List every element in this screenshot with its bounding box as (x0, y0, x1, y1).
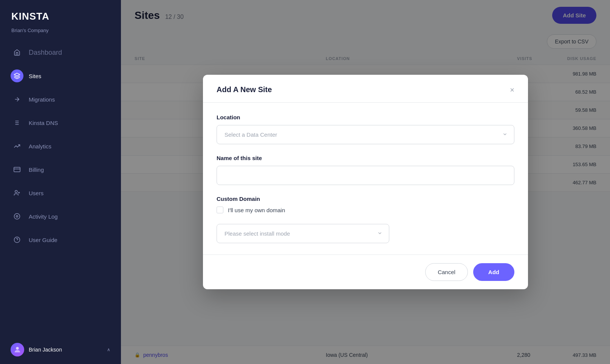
sidebar: KINSTA Brian's Company Dashboard Si (0, 0, 121, 364)
add-site-modal: Add A New Site × Location Select a Data … (203, 75, 528, 289)
add-button[interactable]: Add (473, 263, 514, 281)
user-guide-icon (14, 236, 20, 243)
svg-marker-0 (14, 73, 20, 76)
modal-header: Add A New Site × (203, 75, 528, 103)
site-name-label: Name of this site (217, 155, 514, 161)
sidebar-item-migrations[interactable]: Migrations (0, 88, 121, 111)
custom-domain-checkbox-row: I'll use my own domain (217, 207, 514, 213)
user-info: Brian Jackson (11, 343, 62, 356)
modal-close-button[interactable]: × (510, 86, 514, 94)
install-mode-group: Please select install mode (217, 224, 514, 243)
sidebar-item-label-migrations: Migrations (29, 96, 55, 103)
sidebar-item-user-guide[interactable]: User Guide (0, 228, 121, 251)
logo-area: KINSTA (0, 0, 121, 27)
sidebar-item-activity-log[interactable]: Activity Log (0, 205, 121, 228)
sidebar-item-users[interactable]: Users (0, 181, 121, 205)
sidebar-item-analytics[interactable]: Analytics (0, 134, 121, 158)
users-icon (14, 190, 20, 196)
main-content: Sites 12 / 30 Add Site Export to CSV SIT… (121, 0, 610, 364)
cancel-button[interactable]: Cancel (425, 263, 468, 281)
migrations-icon (14, 96, 20, 103)
sidebar-item-label-analytics: Analytics (29, 143, 51, 150)
sidebar-item-sites[interactable]: Sites (0, 64, 121, 88)
custom-domain-checkbox-label: I'll use my own domain (228, 207, 285, 213)
users-icon-wrapper (11, 187, 23, 199)
modal-footer: Cancel Add (203, 254, 528, 289)
sites-icon (14, 72, 20, 79)
install-mode-select[interactable]: Please select install mode (217, 224, 389, 243)
activity-log-icon (14, 213, 20, 220)
dns-icon (14, 119, 20, 126)
sidebar-item-label-billing: Billing (29, 167, 44, 173)
activity-log-icon-wrapper (11, 210, 23, 223)
site-name-group: Name of this site (217, 155, 514, 185)
svg-point-8 (16, 216, 18, 217)
chevron-up-icon: ∧ (107, 347, 110, 352)
sidebar-item-billing[interactable]: Billing (0, 158, 121, 181)
sidebar-item-label-kinsta-dns: Kinsta DNS (29, 120, 58, 126)
svg-point-4 (15, 190, 17, 193)
sidebar-item-label-activity-log: Activity Log (29, 213, 58, 220)
site-name-input[interactable] (217, 166, 514, 185)
analytics-icon (14, 143, 20, 150)
user-guide-icon-wrapper (11, 233, 23, 246)
custom-domain-label: Custom Domain (217, 196, 514, 202)
sidebar-item-label-user-guide: User Guide (29, 237, 57, 243)
sidebar-item-label-dashboard: Dashboard (29, 49, 62, 57)
kinsta-dns-icon-wrapper (11, 116, 23, 129)
migrations-icon-wrapper (11, 93, 23, 106)
avatar (11, 343, 24, 356)
location-label: Location (217, 114, 514, 120)
logo: KINSTA (11, 11, 110, 22)
company-name: Brian's Company (0, 27, 121, 41)
billing-icon (14, 166, 20, 173)
billing-icon-wrapper (11, 163, 23, 176)
analytics-icon-wrapper (11, 140, 23, 153)
avatar-icon (13, 345, 22, 354)
svg-point-11 (16, 347, 19, 350)
sidebar-footer[interactable]: Brian Jackson ∧ (0, 335, 121, 364)
install-mode-select-wrapper: Please select install mode (217, 224, 389, 243)
sidebar-item-label-sites: Sites (29, 73, 41, 79)
location-group: Location Select a Data Center (217, 114, 514, 144)
modal-body: Location Select a Data Center Name of th… (203, 103, 528, 254)
dashboard-icon-wrapper (11, 46, 23, 59)
sidebar-item-kinsta-dns[interactable]: Kinsta DNS (0, 111, 121, 134)
custom-domain-checkbox[interactable] (217, 207, 223, 213)
modal-overlay: Add A New Site × Location Select a Data … (121, 0, 610, 364)
sidebar-item-dashboard[interactable]: Dashboard (0, 41, 121, 64)
sidebar-nav: Dashboard Sites Migrations (0, 41, 121, 251)
svg-point-7 (14, 214, 20, 219)
svg-rect-2 (14, 167, 20, 172)
data-center-select[interactable]: Select a Data Center (217, 125, 514, 144)
custom-domain-group: Custom Domain I'll use my own domain (217, 196, 514, 213)
data-center-select-wrapper: Select a Data Center (217, 125, 514, 144)
sites-icon-wrapper (11, 69, 23, 82)
modal-title: Add A New Site (217, 85, 272, 94)
user-name: Brian Jackson (29, 347, 62, 353)
home-icon (14, 49, 20, 56)
sidebar-item-label-users: Users (29, 190, 43, 196)
